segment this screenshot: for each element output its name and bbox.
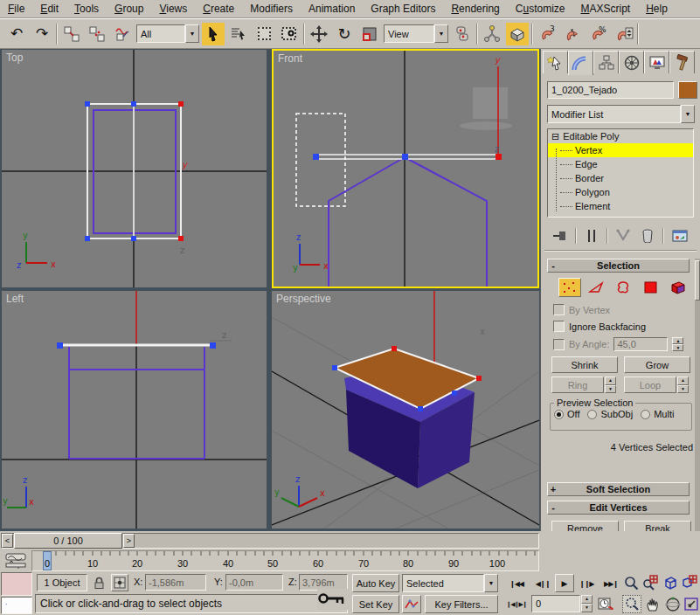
viewport-front-active[interactable]: Front y z — [272, 49, 539, 288]
menu-edit[interactable]: Edit — [32, 1, 66, 17]
loop-button[interactable]: Loop — [624, 377, 676, 393]
zoom-icon[interactable] — [622, 574, 640, 591]
element-mode-icon[interactable] — [667, 278, 690, 297]
stack-item-element[interactable]: Element — [548, 199, 693, 213]
select-and-scale-icon[interactable] — [358, 23, 381, 45]
stack-item-border[interactable]: Border — [548, 171, 693, 185]
absolute-offset-toggle-icon[interactable] — [111, 574, 128, 591]
menu-modifiers[interactable]: Modifiers — [242, 1, 301, 17]
menu-help[interactable]: Help — [638, 1, 676, 17]
go-to-start-icon[interactable]: ❙◀◀ — [505, 576, 528, 591]
panel-scrollbar[interactable] — [695, 259, 700, 531]
time-slider-handle[interactable]: 0 / 100 — [14, 533, 122, 549]
percent-snap-icon[interactable]: % — [586, 23, 609, 45]
stack-item-editable-poly[interactable]: ⊟ Editable Poly — [548, 129, 693, 143]
reference-coordsys-dropdown-icon[interactable]: ▼ — [434, 24, 448, 43]
tab-utilities-icon[interactable] — [669, 51, 695, 73]
previous-frame-icon[interactable]: ◀❙❙ — [532, 576, 553, 591]
tab-hierarchy-icon[interactable] — [593, 51, 619, 73]
collapse-icon[interactable]: ⊟ — [551, 131, 559, 142]
select-and-manipulate-icon[interactable] — [481, 23, 503, 45]
make-unique-icon[interactable] — [613, 227, 633, 245]
tab-modify-icon[interactable] — [568, 51, 593, 75]
open-mini-curve-editor-icon[interactable] — [2, 552, 30, 570]
menu-create[interactable]: Create — [195, 1, 242, 17]
select-object-icon[interactable] — [202, 23, 225, 45]
modifier-list-combo[interactable]: Modifier List ▼ — [547, 105, 695, 123]
loop-spinner[interactable]: ▲▼ — [677, 377, 689, 393]
panel-scrollbar-thumb[interactable] — [695, 260, 700, 301]
modifier-list-dropdown-icon[interactable]: ▼ — [681, 105, 695, 123]
select-and-move-icon[interactable] — [308, 23, 330, 45]
menu-customize[interactable]: Customize — [508, 1, 573, 17]
time-configuration-icon[interactable] — [596, 595, 615, 612]
selection-rollout-header[interactable]: - Selection — [547, 259, 690, 273]
go-to-end-icon[interactable]: ▶▶❙ — [600, 576, 622, 591]
remove-modifier-icon[interactable] — [638, 227, 657, 245]
menu-maxscript[interactable]: MAXScript — [573, 1, 639, 17]
redo-icon[interactable]: ↷ — [31, 23, 53, 45]
preview-multi-radio[interactable]: Multi — [641, 409, 674, 419]
by-vertex-checkbox[interactable]: By Vertex — [553, 304, 610, 315]
set-key-button[interactable]: Set Key — [352, 595, 399, 613]
edit-vertices-rollout-header[interactable]: - Edit Vertices — [547, 501, 690, 515]
select-and-rotate-icon[interactable]: ↻ — [333, 23, 356, 45]
spinner-snap-icon[interactable] — [612, 23, 634, 45]
zoom-all-icon[interactable] — [641, 574, 659, 591]
border-mode-icon[interactable] — [613, 278, 635, 297]
zoom-extents-icon[interactable] — [662, 574, 679, 591]
menu-rendering[interactable]: Rendering — [443, 1, 507, 17]
time-slider-next-icon[interactable]: > — [123, 534, 135, 548]
menu-views[interactable]: Views — [151, 1, 195, 17]
ring-spinner[interactable]: ▲▼ — [605, 377, 616, 393]
zoom-region-icon[interactable] — [622, 595, 641, 613]
next-frame-icon[interactable]: ❙❙▶ — [576, 576, 597, 591]
grow-button[interactable]: Grow — [624, 356, 690, 373]
viewport-top-label[interactable]: Top — [6, 52, 23, 64]
key-step-mode-icon[interactable]: ❙◀❙▶❙ — [505, 597, 528, 612]
current-frame-field[interactable]: 0 — [531, 595, 580, 612]
selection-filter-combo[interactable]: All ▼ — [136, 24, 199, 43]
menu-tools[interactable]: Tools — [66, 1, 107, 17]
tab-display-icon[interactable] — [644, 51, 669, 73]
macro-recorder-box[interactable] — [1, 572, 32, 596]
select-and-link-icon[interactable] — [60, 23, 83, 45]
undo-icon[interactable]: ↶ — [5, 23, 28, 45]
tab-motion-icon[interactable] — [619, 51, 644, 73]
key-filters-button[interactable]: Key Filters... — [425, 595, 498, 613]
menu-animation[interactable]: Animation — [301, 1, 363, 17]
select-by-name-icon[interactable] — [227, 23, 250, 45]
ring-button[interactable]: Ring — [551, 377, 604, 393]
viewport-left-label[interactable]: Left — [6, 293, 24, 305]
key-mode-dropdown-icon[interactable]: ▼ — [484, 574, 498, 592]
set-key-filters-curve-icon[interactable] — [402, 595, 421, 613]
snap-3d-magnet-icon[interactable]: 3 — [536, 23, 558, 45]
unlink-selection-icon[interactable] — [86, 23, 108, 45]
pin-stack-icon[interactable] — [551, 227, 570, 245]
bind-to-space-warp-icon[interactable] — [111, 23, 134, 45]
viewport-perspective[interactable]: Perspective x — [272, 291, 539, 529]
pan-hand-icon[interactable] — [644, 595, 662, 613]
configure-modifier-sets-icon[interactable] — [669, 227, 690, 245]
listener-box[interactable]: . — [1, 597, 32, 614]
zoom-extents-all-icon[interactable] — [681, 574, 698, 591]
soft-selection-rollout-header[interactable]: + Soft Selection — [547, 482, 690, 496]
viewport-left[interactable]: Left z z y — [2, 291, 267, 529]
use-pivot-point-center-icon[interactable] — [451, 23, 474, 45]
tab-create-icon[interactable] — [543, 51, 568, 73]
menu-group[interactable]: Group — [107, 1, 151, 17]
min-max-toggle-icon[interactable] — [683, 595, 700, 613]
shrink-button[interactable]: Shrink — [551, 356, 618, 373]
window-crossing-toggle-icon[interactable] — [278, 23, 301, 45]
auto-key-button[interactable]: Auto Key — [352, 574, 399, 592]
menu-graph-editors[interactable]: Graph Editors — [363, 1, 443, 17]
selection-lock-icon[interactable] — [91, 574, 107, 591]
by-angle-spinner[interactable]: ▲▼ — [672, 337, 683, 351]
object-name-field[interactable]: 1_0200_Tejado — [547, 81, 674, 99]
arc-rotate-icon[interactable] — [664, 595, 682, 613]
angle-snap-icon[interactable] — [561, 23, 584, 45]
vertex-mode-icon[interactable] — [558, 278, 581, 297]
menu-file[interactable]: File — [0, 1, 32, 17]
snaps-toggle-icon[interactable] — [506, 23, 529, 45]
stack-item-polygon[interactable]: Polygon — [548, 185, 693, 199]
